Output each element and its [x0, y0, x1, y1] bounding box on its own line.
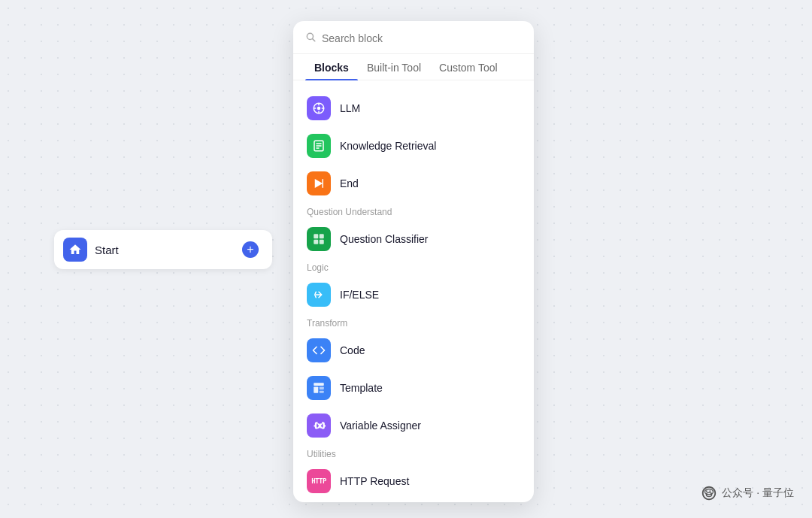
tabs-bar: Blocks Built-in Tool Custom Tool [293, 54, 534, 80]
svg-line-1 [313, 39, 315, 41]
svg-rect-12 [323, 179, 324, 188]
if-else-icon [307, 283, 331, 307]
llm-label: LLM [340, 102, 360, 114]
if-else-label: IF/ELSE [340, 289, 379, 301]
svg-rect-9 [316, 143, 322, 144]
watermark: 公众号 · 量子位 [701, 485, 794, 501]
search-icon [305, 32, 316, 44]
start-node: Start + [54, 230, 272, 269]
question-classifier-icon [307, 227, 331, 251]
svg-rect-13 [314, 234, 318, 238]
svg-rect-10 [316, 145, 322, 147]
list-item[interactable]: Question Classifier [293, 220, 534, 258]
code-label: Code [340, 344, 365, 356]
tab-blocks[interactable]: Blocks [305, 54, 358, 80]
search-bar [293, 21, 534, 54]
llm-icon [307, 96, 331, 120]
block-list: LLM Knowledge Retrieval End [293, 86, 534, 502]
start-node-icon [63, 238, 87, 262]
block-search-dropdown: Blocks Built-in Tool Custom Tool LLM [293, 21, 534, 502]
svg-point-3 [317, 107, 321, 111]
svg-rect-16 [320, 240, 324, 244]
add-block-button[interactable]: + [242, 241, 259, 258]
list-item[interactable]: Knowledge Retrieval [293, 127, 534, 165]
category-question-understand: Question Understand [293, 202, 534, 220]
list-item[interactable]: Code [293, 332, 534, 369]
svg-rect-14 [320, 234, 324, 238]
svg-rect-19 [320, 387, 324, 390]
template-label: Template [340, 382, 383, 394]
end-label: End [340, 177, 359, 189]
list-item[interactable]: HTTP HTTP Request [293, 462, 534, 500]
list-item[interactable]: LLM [293, 89, 534, 127]
category-utilities: Utilities [293, 444, 534, 462]
svg-rect-17 [314, 383, 324, 386]
svg-rect-20 [320, 391, 324, 393]
http-request-label: HTTP Request [340, 475, 409, 487]
wechat-icon [701, 485, 717, 501]
end-icon [307, 171, 331, 195]
knowledge-retrieval-label: Knowledge Retrieval [340, 140, 436, 152]
list-item[interactable]: IF/ELSE [293, 276, 534, 314]
search-input[interactable] [322, 32, 522, 44]
home-icon [68, 243, 82, 256]
svg-text:{x}: {x} [314, 422, 326, 429]
tab-built-in-tool[interactable]: Built-in Tool [358, 54, 430, 80]
question-classifier-label: Question Classifier [340, 233, 429, 245]
start-node-label: Start [95, 244, 235, 256]
list-item[interactable]: {x} Variable Assigner [293, 407, 534, 444]
watermark-text: 公众号 · 量子位 [722, 486, 794, 500]
svg-rect-11 [316, 147, 320, 149]
category-transform: Transform [293, 314, 534, 332]
list-item[interactable]: End [293, 165, 534, 202]
template-icon [307, 376, 331, 400]
code-icon [307, 338, 331, 362]
variable-assigner-icon: {x} [307, 413, 331, 438]
svg-rect-15 [314, 240, 318, 244]
tab-custom-tool[interactable]: Custom Tool [430, 54, 507, 80]
svg-rect-18 [314, 387, 318, 393]
category-logic: Logic [293, 258, 534, 276]
http-request-icon: HTTP [307, 469, 331, 493]
variable-assigner-label: Variable Assigner [340, 420, 421, 432]
knowledge-retrieval-icon [307, 134, 331, 158]
list-item[interactable]: Template [293, 369, 534, 407]
